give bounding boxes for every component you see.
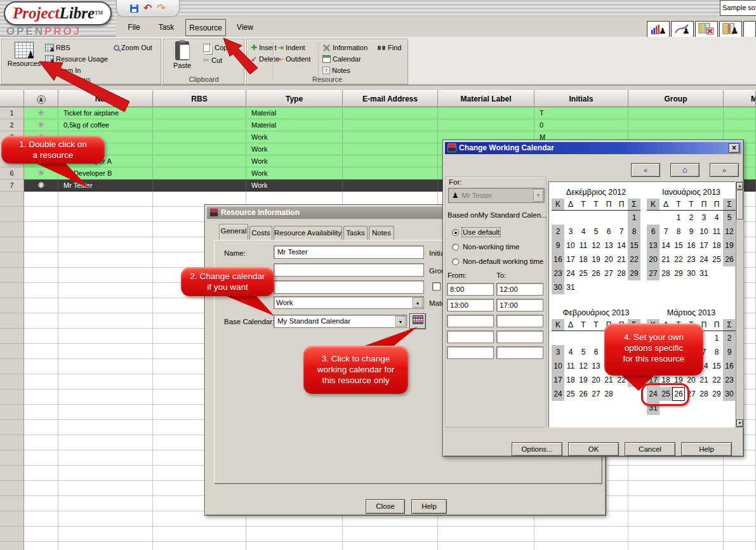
column-header-group[interactable]: Group <box>628 90 724 107</box>
table-close-view-button[interactable] <box>695 21 718 37</box>
find-button[interactable]: Find <box>377 43 401 53</box>
day-cell[interactable]: 8 <box>672 225 685 239</box>
to-time-input[interactable]: 12:00 <box>496 283 543 296</box>
day-cell[interactable]: 11 <box>564 359 577 373</box>
empty-sheet-row[interactable] <box>0 542 756 550</box>
day-cell[interactable]: 13 <box>602 239 615 252</box>
day-cell[interactable]: 15 <box>710 359 723 373</box>
day-cell[interactable]: 4 <box>710 211 723 225</box>
resources-button[interactable]: ♟ Resources <box>6 42 43 67</box>
day-cell[interactable]: 17 <box>552 373 564 387</box>
day-cell[interactable]: 25 <box>710 252 723 266</box>
day-cell[interactable]: 12 <box>723 225 736 239</box>
day-cell[interactable]: 13 <box>647 239 660 252</box>
chevron-down-icon[interactable]: ▼ <box>533 189 543 202</box>
day-cell[interactable]: 18 <box>577 252 590 266</box>
from-time-input[interactable]: 8:00 <box>447 283 494 296</box>
day-cell[interactable]: 23 <box>552 266 564 280</box>
day-cell[interactable]: 5 <box>577 345 590 359</box>
day-cell[interactable]: 26 <box>723 252 736 266</box>
day-cell[interactable]: 29 <box>672 266 685 280</box>
chevron-down-icon[interactable]: ▼ <box>395 316 406 327</box>
paste-button[interactable]: Paste <box>169 41 196 69</box>
day-cell[interactable]: 25 <box>577 266 590 280</box>
column-header-partial[interactable]: M <box>724 90 756 107</box>
day-cell[interactable]: 10 <box>552 359 564 373</box>
column-header-rbs[interactable]: RBS <box>153 90 246 107</box>
rbs-button[interactable]: ♟RBS <box>45 43 70 53</box>
name-field[interactable]: Mr Tester <box>274 246 424 259</box>
day-cell[interactable]: 10 <box>698 225 710 239</box>
day-cell[interactable]: 22 <box>672 252 685 266</box>
day-cell[interactable]: 16 <box>685 239 698 252</box>
information-button[interactable]: Information <box>322 43 368 53</box>
redo-icon[interactable]: ↷ <box>157 4 166 13</box>
calendar-scrollbar[interactable]: ▲ ▼ <box>736 181 744 428</box>
from-time-input[interactable]: 13:00 <box>447 299 494 311</box>
row-number-header[interactable] <box>0 90 24 107</box>
copy-button[interactable]: Copy <box>203 43 231 53</box>
day-cell[interactable]: 9 <box>685 225 698 239</box>
undo-icon[interactable]: ↶ <box>143 4 152 13</box>
menu-tab-file[interactable]: File <box>119 19 149 36</box>
day-cell[interactable]: 23 <box>723 373 736 387</box>
close-icon[interactable]: × <box>729 143 739 153</box>
day-cell[interactable]: 23 <box>685 252 698 266</box>
day-cell[interactable]: 15 <box>672 239 685 252</box>
day-cell[interactable]: 3 <box>552 345 564 359</box>
from-time-input[interactable] <box>447 331 494 343</box>
day-cell[interactable]: 9 <box>552 239 564 252</box>
day-cell[interactable]: 29 <box>628 266 640 280</box>
day-cell[interactable]: 3 <box>698 211 710 225</box>
day-cell[interactable]: 28 <box>615 266 628 280</box>
day-cell[interactable]: 29 <box>710 387 723 401</box>
day-cell[interactable]: 14 <box>660 239 672 252</box>
day-cell[interactable]: 28 <box>698 387 710 401</box>
indicator-column-header[interactable]: ♟ <box>24 90 58 107</box>
day-cell[interactable]: 4 <box>564 345 577 359</box>
day-cell[interactable]: 2 <box>685 211 698 225</box>
radio-non-default-working-time[interactable]: Non-default working time <box>452 257 543 266</box>
day-cell[interactable]: 16 <box>552 252 564 266</box>
radio-non-working-time[interactable]: Non-working time <box>452 242 519 251</box>
day-cell[interactable]: 15 <box>628 239 640 252</box>
day-cell[interactable]: 11 <box>710 225 723 239</box>
day-cell[interactable]: 19 <box>590 252 602 266</box>
day-cell[interactable]: 17 <box>698 239 710 252</box>
day-cell[interactable]: 1 <box>628 211 640 225</box>
day-cell[interactable]: 19 <box>723 239 736 252</box>
change-working-calendar-button[interactable] <box>409 313 426 329</box>
base-calendar-dropdown[interactable]: My Standard Calendar▼ <box>274 315 407 328</box>
day-cell[interactable]: 20 <box>602 252 615 266</box>
from-time-input[interactable] <box>447 346 494 359</box>
day-cell[interactable]: 17 <box>564 252 577 266</box>
day-cell[interactable]: 26 <box>577 387 590 401</box>
calendar-button[interactable]: Calendar <box>322 54 361 64</box>
to-time-input[interactable] <box>496 315 543 327</box>
for-dropdown[interactable]: ♟Mr Tester▼ <box>448 188 545 203</box>
day-cell[interactable]: 20 <box>647 252 660 266</box>
day-cell[interactable]: 30 <box>723 387 736 401</box>
day-cell[interactable]: 24 <box>698 252 710 266</box>
day-cell[interactable]: 12 <box>590 239 602 252</box>
day-cell[interactable]: 26 <box>590 266 602 280</box>
day-cell[interactable]: 1 <box>672 211 685 225</box>
day-cell[interactable]: 3 <box>564 225 577 239</box>
column-header-initials[interactable]: Initials <box>534 90 628 107</box>
day-cell[interactable]: 1 <box>710 331 723 345</box>
calendar-dialog-titlebar[interactable]: Change Working Calendar <box>445 142 741 154</box>
resource-usage-button[interactable]: ♟Resource Usage <box>45 54 108 64</box>
day-cell[interactable]: 14 <box>615 239 628 252</box>
column-header-email[interactable]: E-mail Address <box>343 90 438 107</box>
day-cell[interactable]: 30 <box>685 266 698 280</box>
outdent-button[interactable]: ⇤Outdent <box>277 54 310 64</box>
day-cell[interactable]: 25 <box>564 387 577 401</box>
day-cell[interactable]: 28 <box>660 266 672 280</box>
day-cell[interactable]: 5 <box>590 225 602 239</box>
from-time-input[interactable] <box>447 315 494 327</box>
chevron-down-icon[interactable]: ▼ <box>413 298 423 308</box>
day-cell[interactable]: 18 <box>564 373 577 387</box>
resource-row-1[interactable]: 1❋Ticket for airplaneMaterialT <box>0 107 756 119</box>
day-cell[interactable]: 2 <box>552 225 564 239</box>
third-field[interactable] <box>274 280 424 294</box>
